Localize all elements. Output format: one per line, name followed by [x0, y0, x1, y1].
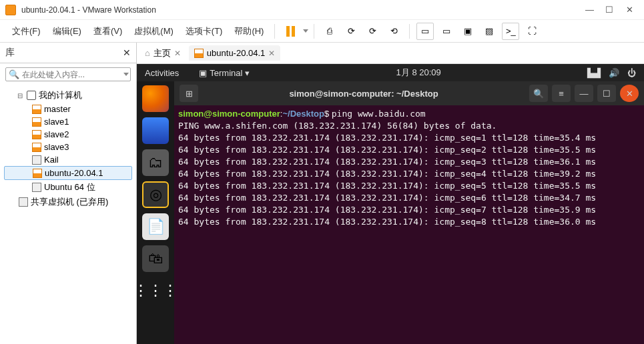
snapshot-manager-button[interactable]: ⟳	[364, 23, 381, 40]
volume-icon[interactable]: 🔊	[609, 68, 619, 78]
maximize-button[interactable]: ☐	[605, 6, 613, 14]
terminal-output[interactable]: simon@simon-computer:~/Desktop$ ping www…	[174, 105, 644, 344]
home-icon: ⌂	[145, 48, 150, 58]
search-dropdown[interactable]	[123, 73, 129, 76]
tree-item-ubuntu64[interactable]: Ubuntu 64 位	[4, 180, 136, 195]
menubar: 文件(F) 编辑(E) 查看(V) 虚拟机(M) 选项卡(T) 帮助(H) ⎙ …	[0, 20, 644, 43]
menu-edit[interactable]: 编辑(E)	[47, 23, 87, 40]
tab-close[interactable]: ✕	[174, 49, 181, 58]
dock-files[interactable]: 🗂	[142, 149, 169, 176]
guest-display: Activities ▣ Terminal ▾ 1月 8 20:09 ▙▟ 🔊 …	[137, 64, 644, 344]
shared-icon	[19, 197, 28, 207]
terminal-icon[interactable]: >_	[502, 23, 519, 40]
term-minimize-button[interactable]: —	[575, 85, 593, 102]
app-menu[interactable]: ▣ Terminal ▾	[199, 68, 250, 78]
separator	[274, 24, 275, 39]
tree-item-slave3[interactable]: slave3	[4, 141, 136, 153]
vm-icon	[33, 169, 42, 178]
vmware-icon	[5, 5, 16, 15]
menu-view[interactable]: 查看(V)	[88, 23, 127, 40]
dock-firefox[interactable]	[142, 85, 169, 112]
tree-root[interactable]: ⊟ 我的计算机	[4, 88, 136, 103]
vm-icon	[32, 130, 41, 139]
tree-item-ubuntu2004[interactable]: ubuntu-20.04.1	[4, 166, 132, 180]
revert-button[interactable]: ⟲	[385, 23, 402, 40]
power-dropdown[interactable]	[303, 29, 308, 33]
vm-icon	[32, 105, 41, 114]
view-multi-button[interactable]: ▭	[438, 23, 455, 40]
menu-button[interactable]: ≡	[552, 85, 571, 102]
clock[interactable]: 1月 8 20:09	[250, 67, 587, 79]
search-input[interactable]	[22, 70, 122, 79]
window-title: ubuntu-20.04.1 - VMware Workstation	[21, 5, 585, 15]
dock-show-apps[interactable]: ⋮⋮⋮	[142, 277, 169, 304]
unity-button[interactable]: ▨	[480, 23, 498, 40]
tree-item-kail[interactable]: Kail	[4, 153, 136, 166]
library-search[interactable]: 🔍	[5, 67, 131, 81]
tree-item-master[interactable]: master	[4, 103, 136, 115]
system-tray[interactable]: ▙▟ 🔊 ⏻	[587, 68, 636, 78]
dock-software[interactable]: 🛍	[142, 245, 169, 272]
folder-icon	[32, 183, 41, 192]
library-panel: 库 ✕ 🔍 ⊟ 我的计算机 master slave1 slave2 slave…	[0, 43, 137, 344]
terminal-window: ⊞ simon@simon-computer: ~/Desktop 🔍 ≡ — …	[174, 81, 644, 344]
search-button[interactable]: 🔍	[529, 85, 548, 102]
menu-vm[interactable]: 虚拟机(M)	[129, 23, 179, 40]
vm-icon	[194, 49, 204, 58]
minimize-button[interactable]: —	[585, 6, 593, 14]
terminal-icon: ▣	[199, 68, 207, 78]
dock-thunderbird[interactable]	[142, 117, 169, 144]
power-icon[interactable]: ⏻	[627, 68, 636, 78]
term-maximize-button[interactable]: ☐	[597, 85, 616, 102]
menu-file[interactable]: 文件(F)	[7, 23, 46, 40]
gnome-dock: 🗂 ◎ 📄 🛍 ⋮⋮⋮	[137, 81, 174, 344]
tree-shared[interactable]: 共享虚拟机 (已弃用)	[4, 195, 136, 209]
snapshot-button[interactable]: ⟳	[342, 23, 360, 40]
view-single-button[interactable]: ▭	[416, 23, 434, 40]
folder-icon	[32, 155, 41, 165]
computer-icon	[27, 91, 36, 100]
dock-rhythmbox[interactable]: ◎	[142, 181, 169, 208]
menu-tabs[interactable]: 选项卡(T)	[180, 23, 228, 40]
send-keys-button[interactable]: ⎙	[321, 23, 338, 40]
pause-button[interactable]	[282, 23, 299, 40]
fullscreen-button[interactable]: ⛶	[523, 23, 541, 40]
separator	[314, 24, 314, 39]
terminal-title: simon@simon-computer: ~/Desktop	[202, 89, 525, 99]
search-icon: 🔍	[9, 69, 19, 79]
tree-item-slave1[interactable]: slave1	[4, 115, 136, 128]
tree-item-slave2[interactable]: slave2	[4, 128, 136, 141]
dock-libreoffice[interactable]: 📄	[142, 213, 169, 240]
term-close-button[interactable]: ✕	[620, 85, 639, 102]
terminal-headerbar: ⊞ simon@simon-computer: ~/Desktop 🔍 ≡ — …	[174, 81, 644, 105]
tab-home[interactable]: ⌂ 主页 ✕	[139, 45, 186, 62]
new-tab-button[interactable]: ⊞	[180, 85, 198, 102]
tab-vm[interactable]: ubuntu-20.04.1 ✕	[189, 45, 280, 61]
titlebar: ubuntu-20.04.1 - VMware Workstation — ☐ …	[0, 0, 644, 20]
console-button[interactable]: ▣	[459, 23, 476, 40]
separator	[409, 24, 410, 39]
library-tree: ⊟ 我的计算机 master slave1 slave2 slave3 Kail…	[0, 85, 136, 212]
vm-icon	[32, 117, 41, 127]
menu-help[interactable]: 帮助(H)	[229, 23, 269, 40]
activities-button[interactable]: Activities	[145, 68, 179, 78]
library-close-button[interactable]: ✕	[123, 47, 131, 58]
vm-icon	[32, 143, 41, 152]
tab-bar: ⌂ 主页 ✕ ubuntu-20.04.1 ✕	[137, 43, 644, 64]
tab-close[interactable]: ✕	[268, 49, 275, 58]
gnome-topbar: Activities ▣ Terminal ▾ 1月 8 20:09 ▙▟ 🔊 …	[137, 64, 644, 81]
library-title: 库	[5, 47, 15, 59]
network-icon[interactable]: ▙▟	[587, 68, 601, 78]
close-button[interactable]: ✕	[625, 6, 633, 14]
